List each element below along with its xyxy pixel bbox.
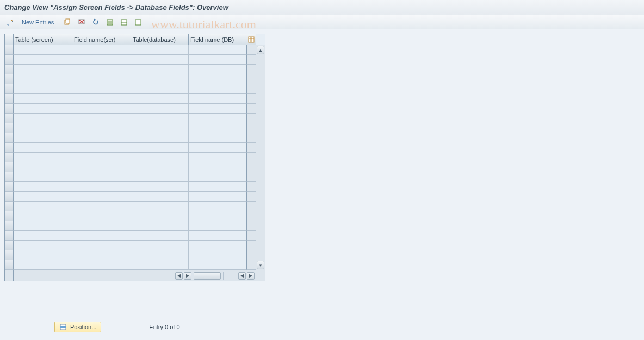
input-field-name-db[interactable]: [189, 202, 246, 211]
input-field-name-scr[interactable]: [72, 211, 131, 221]
row-selector[interactable]: [5, 241, 14, 250]
input-table-screen[interactable]: [14, 241, 72, 250]
scroll-first-button[interactable]: ◀: [238, 272, 246, 280]
row-selector[interactable]: [5, 260, 14, 270]
input-field-name-db[interactable]: [189, 211, 246, 221]
input-table-screen[interactable]: [14, 94, 72, 103]
input-field-name-scr[interactable]: [72, 241, 131, 250]
input-table-database[interactable]: [131, 143, 188, 152]
input-table-screen[interactable]: [14, 260, 72, 269]
input-table-screen[interactable]: [14, 192, 72, 201]
input-field-name-scr[interactable]: [72, 231, 131, 240]
input-table-screen[interactable]: [14, 123, 72, 133]
input-field-name-scr[interactable]: [72, 162, 131, 172]
input-field-name-db[interactable]: [189, 172, 246, 181]
input-table-database[interactable]: [131, 182, 188, 191]
horizontal-scroll-thumb[interactable]: ᠁: [194, 272, 221, 280]
input-field-name-scr[interactable]: [72, 74, 131, 84]
input-field-name-scr[interactable]: [72, 153, 131, 162]
scroll-left-button[interactable]: ◀: [175, 272, 183, 280]
row-selector[interactable]: [5, 84, 14, 94]
input-field-name-scr[interactable]: [72, 172, 131, 181]
input-field-name-db[interactable]: [189, 241, 246, 250]
input-table-screen[interactable]: [14, 221, 72, 230]
input-field-name-db[interactable]: [189, 182, 246, 191]
scroll-up-button[interactable]: ▲: [257, 46, 264, 54]
row-selector[interactable]: [5, 231, 14, 241]
input-table-screen[interactable]: [14, 162, 72, 172]
row-selector[interactable]: [5, 65, 14, 74]
input-field-name-db[interactable]: [189, 74, 246, 84]
input-table-database[interactable]: [131, 65, 188, 74]
input-table-screen[interactable]: [14, 153, 72, 162]
input-table-screen[interactable]: [14, 114, 72, 123]
input-table-database[interactable]: [131, 94, 188, 103]
input-table-database[interactable]: [131, 241, 188, 250]
vertical-scrollbar[interactable]: ▲ ▼: [256, 45, 265, 270]
input-field-name-db[interactable]: [189, 55, 246, 64]
row-selector[interactable]: [5, 74, 14, 84]
input-table-screen[interactable]: [14, 231, 72, 240]
input-field-name-scr[interactable]: [72, 202, 131, 211]
row-selector[interactable]: [5, 94, 14, 104]
input-table-screen[interactable]: [14, 133, 72, 142]
delete-button[interactable]: [76, 17, 88, 28]
copy-button[interactable]: [61, 17, 73, 28]
input-table-database[interactable]: [131, 250, 188, 260]
scroll-last-button[interactable]: ▶: [247, 272, 255, 280]
input-table-database[interactable]: [131, 123, 188, 133]
input-table-database[interactable]: [131, 192, 188, 201]
row-selector[interactable]: [5, 104, 14, 114]
input-field-name-scr[interactable]: [72, 260, 131, 269]
undo-button[interactable]: [90, 17, 102, 28]
input-table-database[interactable]: [131, 114, 188, 123]
input-table-database[interactable]: [131, 153, 188, 162]
new-entries-button[interactable]: New Entries: [18, 17, 59, 28]
row-selector[interactable]: [5, 45, 14, 55]
input-table-screen[interactable]: [14, 250, 72, 260]
input-field-name-scr[interactable]: [72, 143, 131, 152]
input-table-screen[interactable]: [14, 55, 72, 64]
input-field-name-scr[interactable]: [72, 94, 131, 103]
vertical-scroll-track[interactable]: [256, 55, 265, 260]
input-table-database[interactable]: [131, 133, 188, 142]
input-field-name-db[interactable]: [189, 153, 246, 162]
select-block-button[interactable]: [118, 17, 130, 28]
input-field-name-scr[interactable]: [72, 114, 131, 123]
input-field-name-scr[interactable]: [72, 192, 131, 201]
input-table-database[interactable]: [131, 211, 188, 221]
input-table-screen[interactable]: [14, 143, 72, 152]
input-table-database[interactable]: [131, 172, 188, 181]
input-field-name-scr[interactable]: [72, 182, 131, 191]
input-field-name-scr[interactable]: [72, 133, 131, 142]
input-table-database[interactable]: [131, 74, 188, 84]
row-selector[interactable]: [5, 114, 14, 123]
input-field-name-scr[interactable]: [72, 250, 131, 260]
input-table-screen[interactable]: [14, 211, 72, 221]
input-field-name-db[interactable]: [189, 231, 246, 240]
input-table-database[interactable]: [131, 221, 188, 230]
row-selector[interactable]: [5, 250, 14, 260]
column-header-table-screen[interactable]: Table (screen): [14, 34, 72, 45]
column-header-field-name-db[interactable]: Field name (DB): [189, 34, 246, 45]
row-selector-header[interactable]: [5, 34, 14, 45]
row-selector[interactable]: [5, 172, 14, 182]
input-field-name-db[interactable]: [189, 221, 246, 230]
input-field-name-db[interactable]: [189, 45, 246, 54]
position-button[interactable]: Position...: [54, 322, 101, 332]
input-table-screen[interactable]: [14, 104, 72, 113]
input-table-database[interactable]: [131, 202, 188, 211]
input-field-name-db[interactable]: [189, 114, 246, 123]
input-field-name-db[interactable]: [189, 250, 246, 260]
input-table-screen[interactable]: [14, 84, 72, 93]
input-table-database[interactable]: [131, 162, 188, 172]
input-field-name-db[interactable]: [189, 162, 246, 172]
scroll-down-button[interactable]: ▼: [257, 261, 264, 269]
row-selector[interactable]: [5, 202, 14, 211]
row-selector[interactable]: [5, 143, 14, 153]
input-field-name-db[interactable]: [189, 133, 246, 142]
input-table-screen[interactable]: [14, 65, 72, 74]
input-field-name-db[interactable]: [189, 94, 246, 103]
deselect-all-button[interactable]: [132, 17, 144, 28]
input-field-name-scr[interactable]: [72, 65, 131, 74]
